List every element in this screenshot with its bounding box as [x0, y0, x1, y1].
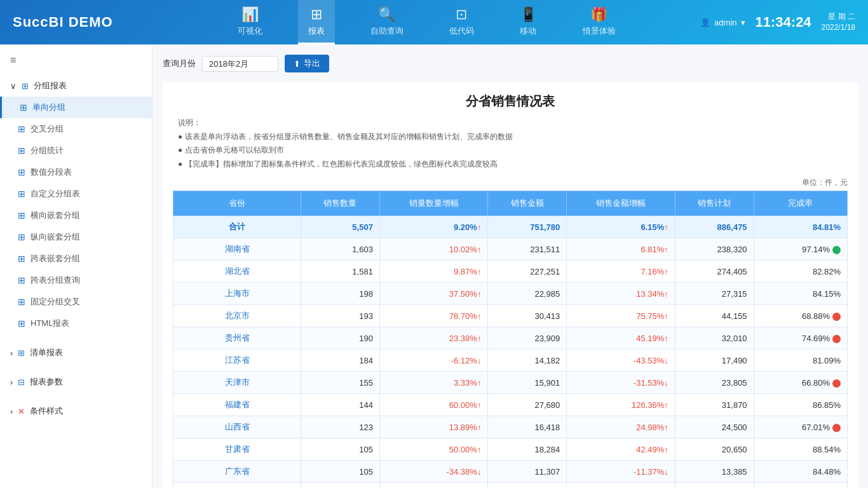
sidebar-item-num-segment-label: 数值分段表 — [31, 166, 72, 178]
sidebar-item-single-group[interactable]: ⊞ 单向分组 — [0, 97, 152, 118]
cell-amount: 23,909 — [488, 327, 567, 349]
item-icon: ⊞ — [18, 189, 25, 199]
cell-qty: 104 — [301, 483, 380, 488]
expand-icon: › — [10, 348, 13, 358]
cell-rate: 75.52% — [754, 483, 847, 488]
user-icon: 👤 — [700, 18, 710, 27]
cell-rate: 82.82% — [754, 261, 847, 283]
table-row: 湖北省 1,581 9.87%↑ 227,251 7.16%↑ 274,405 … — [173, 261, 848, 283]
nav-report-label: 报表 — [308, 25, 325, 37]
sidebar-group-params-header[interactable]: › ⊟ 报表参数 — [0, 371, 152, 393]
export-button[interactable]: ⬆ 导出 — [285, 55, 329, 72]
sidebar-item-cross-nested[interactable]: ⊞ 跨表嵌套分组 — [0, 248, 152, 269]
sidebar-group-params-label: 报表参数 — [30, 376, 63, 388]
cell-plan: 31,870 — [675, 394, 754, 416]
cell-qty-growth: -34.38%↓ — [379, 461, 488, 483]
table-row: 甘肃省 105 50.00%↑ 18,284 42.49%↑ 20,650 88… — [173, 438, 848, 461]
cell-qty-growth: 3.33%↑ — [379, 372, 488, 394]
sidebar-item-cross-group-label: 交叉分组 — [31, 123, 64, 135]
cell-rate: 84.15% — [754, 283, 847, 305]
cell-province[interactable]: 福建省 — [173, 394, 301, 416]
lowcode-icon: ⊡ — [456, 6, 467, 23]
cell-plan: 20,650 — [675, 438, 754, 461]
sidebar-item-h-nested[interactable]: ⊞ 横向嵌套分组 — [0, 205, 152, 226]
cell-rate: 68.88% — [754, 305, 847, 327]
cell-province[interactable]: 甘肃省 — [173, 438, 301, 461]
cell-plan: 23,805 — [675, 372, 754, 394]
cell-qty-growth: 23.38%↑ — [379, 327, 488, 349]
user-menu[interactable]: 👤 admin ▾ — [700, 18, 745, 27]
nav-query[interactable]: 🔍 自助查询 — [360, 0, 414, 44]
sidebar-item-group-stats-label: 分组统计 — [31, 145, 64, 156]
table-row: 贵州省 190 23.38%↑ 23,909 45.19%↑ 32,010 74… — [173, 327, 848, 349]
cell-amount-growth: 126.36%↑ — [567, 394, 675, 416]
cell-province[interactable]: 湖南省 — [173, 238, 301, 261]
sidebar-group-cond-label: 条件样式 — [30, 405, 63, 417]
cell-province[interactable]: 上海市 — [173, 283, 301, 305]
sidebar-item-group-stats[interactable]: ⊞ 分组统计 — [0, 140, 152, 161]
nav-lowcode[interactable]: ⊡ 低代码 — [439, 0, 484, 44]
sidebar-item-custom-group[interactable]: ⊞ 自定义分组表 — [0, 183, 152, 205]
cell-province[interactable]: 江苏省 — [173, 349, 301, 372]
cell-province[interactable]: 贵州省 — [173, 327, 301, 349]
sidebar-group-list-header[interactable]: › ⊞ 清单报表 — [0, 342, 152, 363]
cell-qty: 105 — [301, 438, 380, 461]
date-display: 星 期 二 2022/1/18 — [822, 11, 855, 33]
desc-line-3: ● 【完成率】指标增加了图标集条件样式，红色图标代表完成度较低，绿色图标代表完成… — [173, 158, 848, 172]
cell-qty-growth: 10.02%↑ — [379, 238, 488, 261]
cell-qty: 155 — [301, 372, 380, 394]
dropdown-icon: ▾ — [741, 18, 745, 27]
nav-query-label: 自助查询 — [370, 25, 403, 37]
table-row: 山西省 123 13.89%↑ 16,418 24.98%↑ 24,500 67… — [173, 416, 848, 438]
sidebar-item-html-report[interactable]: ⊞ HTML报表 — [0, 313, 152, 334]
cell-rate: 84.48% — [754, 461, 847, 483]
sidebar-group-reports-header[interactable]: ∨ ⊞ 分组报表 — [0, 75, 152, 97]
nav-scene[interactable]: 🎁 情景体验 — [573, 0, 626, 44]
cell-province[interactable]: 湖北省 — [173, 261, 301, 283]
menu-toggle[interactable]: ≡ — [0, 50, 152, 71]
cell-amount-growth: -1.81%↓ — [567, 483, 675, 488]
sidebar-item-cross-group[interactable]: ⊞ 交叉分组 — [0, 118, 152, 140]
cell-plan: 32,010 — [675, 327, 754, 349]
cell-province[interactable]: 广东省 — [173, 461, 301, 483]
group-icon: ✕ — [18, 407, 25, 416]
cell-qty: 1,581 — [301, 261, 380, 283]
cell-rate: 74.69% — [754, 327, 847, 349]
desc-line-1: ● 该表是单向浮动表，按省分组显示销售数量、销售金额及其对应的增幅和销售计划、完… — [173, 130, 848, 144]
cell-rate: 97.14% — [754, 238, 847, 261]
app-logo: SuccBI DEMO — [0, 14, 153, 30]
cell-qty-growth: 9.87%↑ — [379, 261, 488, 283]
cell-province[interactable]: 北京市 — [173, 305, 301, 327]
desc-line-0: 说明： — [173, 116, 848, 130]
cell-rate: 81.09% — [754, 349, 847, 372]
expand-icon: › — [10, 377, 13, 387]
cell-province[interactable]: 重庆市 — [173, 483, 301, 488]
sidebar-group-list-label: 清单报表 — [30, 347, 63, 358]
nav-viz[interactable]: 📊 可视化 — [227, 0, 273, 44]
clock: 11:34:24 — [756, 14, 811, 30]
export-icon: ⬆ — [294, 59, 301, 69]
cell-amount-growth: 45.19%↑ — [567, 327, 675, 349]
sidebar-item-v-nested[interactable]: ⊞ 纵向嵌套分组 — [0, 226, 152, 248]
nav-mobile[interactable]: 📱 移动 — [510, 0, 547, 44]
cell-amount-growth: 75.75%↑ — [567, 305, 675, 327]
sidebar-group-cond-header[interactable]: › ✕ 条件样式 — [0, 400, 152, 422]
cell-qty-growth: 37.50%↑ — [379, 283, 488, 305]
expand-icon: › — [10, 407, 13, 416]
sidebar-item-fixed-cross[interactable]: ⊞ 固定分组交叉 — [0, 291, 152, 313]
sidebar-item-cross-query[interactable]: ⊞ 跨表分组查询 — [0, 269, 152, 291]
sidebar-item-num-segment[interactable]: ⊞ 数值分段表 — [0, 161, 152, 183]
cell-province[interactable]: 天津市 — [173, 372, 301, 394]
nav-viz-label: 可视化 — [238, 25, 262, 37]
main-layout: ≡ ∨ ⊞ 分组报表 ⊞ 单向分组 ⊞ 交叉分组 ⊞ 分组统计 ⊞ 数值分段 — [0, 44, 868, 488]
cell-province[interactable]: 山西省 — [173, 416, 301, 438]
sidebar-group-params: › ⊟ 报表参数 — [0, 367, 152, 396]
cell-qty-growth: 23.81%↑ — [379, 483, 488, 488]
month-select[interactable]: 2018年2月 — [202, 56, 278, 72]
cell-plan: 274,405 — [675, 261, 754, 283]
cell-rate: 67.01% — [754, 416, 847, 438]
nav-report[interactable]: ⊞ 报表 — [298, 0, 335, 44]
header: SuccBI DEMO 📊 可视化 ⊞ 报表 🔍 自助查询 ⊡ 低代码 📱 移动… — [0, 0, 868, 44]
total-qty: 5,507 — [301, 216, 380, 238]
cell-amount: 16,418 — [488, 416, 567, 438]
